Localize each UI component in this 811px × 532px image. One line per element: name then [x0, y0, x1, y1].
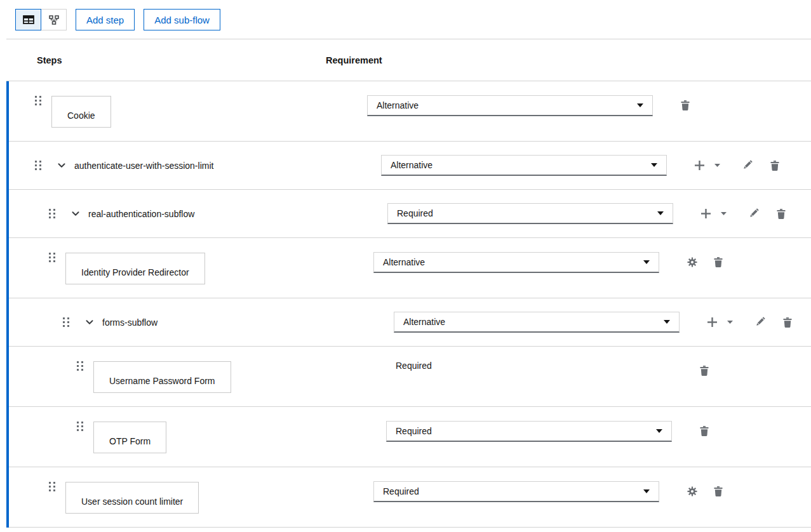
requirement-cell: Required: [356, 467, 811, 527]
requirement-cell: Alternative: [356, 298, 811, 346]
row-actions: [700, 426, 709, 436]
drag-handle-icon[interactable]: [49, 253, 55, 262]
caret-down-icon: [714, 164, 720, 167]
step-name: Cookie: [67, 110, 95, 121]
step-card: Identity Provider Redirector: [65, 253, 205, 284]
requirement-select[interactable]: Required: [387, 203, 673, 224]
step-card: OTP Form: [93, 422, 166, 453]
table-row: User session count limiterRequired: [9, 467, 811, 528]
table-view-toggle[interactable]: [15, 9, 41, 30]
expand-toggle[interactable]: [86, 320, 93, 325]
requirement-select[interactable]: Alternative: [367, 95, 653, 116]
plus-icon: [707, 317, 717, 327]
drag-handle-icon[interactable]: [77, 422, 83, 431]
caret-down-icon: [651, 163, 657, 167]
requirement-select[interactable]: Alternative: [394, 312, 680, 333]
grip-dots-icon: [49, 482, 55, 491]
pencil-icon: [754, 317, 765, 328]
table-row: CookieAlternative: [9, 81, 811, 142]
settings-button[interactable]: [687, 257, 697, 267]
edit-button[interactable]: [748, 208, 759, 219]
delete-button[interactable]: [770, 161, 779, 171]
trash-icon: [783, 317, 792, 328]
expand-toggle[interactable]: [58, 163, 65, 168]
delete-button[interactable]: [700, 426, 709, 436]
drag-handle-icon[interactable]: [49, 482, 55, 491]
diagram-view-toggle[interactable]: [41, 9, 67, 30]
drag-handle-icon[interactable]: [35, 96, 41, 105]
requirement-select[interactable]: Alternative: [381, 155, 667, 176]
step-name: Username Password Form: [109, 376, 215, 386]
requirement-value: Required: [397, 208, 433, 218]
caret-down-icon: [657, 211, 664, 215]
add-step-button[interactable]: Add step: [76, 9, 135, 30]
edit-button[interactable]: [742, 160, 753, 171]
add-options-toggle[interactable]: [727, 321, 733, 324]
plus-icon: [695, 161, 704, 170]
add-options-toggle[interactable]: [721, 212, 727, 215]
add-options-toggle[interactable]: [714, 164, 720, 167]
step-card: User session count limiter: [65, 482, 199, 514]
steps-cell: authenticate-user-with-session-limit: [9, 142, 356, 189]
subflow-name: authenticate-user-with-session-limit: [74, 161, 213, 171]
chevron-down-icon: [72, 211, 79, 216]
trash-icon: [777, 209, 786, 219]
grip-dots-icon: [77, 361, 83, 371]
requirement-cell: Required: [356, 407, 811, 467]
delete-button[interactable]: [714, 486, 723, 496]
caret-down-icon: [643, 260, 650, 264]
expand-toggle[interactable]: [72, 211, 79, 216]
requirement-select[interactable]: Required: [373, 481, 659, 502]
toolbar: Add step Add sub-flow: [0, 0, 811, 39]
add-button[interactable]: [707, 317, 717, 327]
view-toggle-group: [15, 9, 67, 30]
grip-dots-icon: [49, 209, 55, 218]
steps-column-header: Steps: [6, 55, 326, 65]
row-actions: [695, 160, 779, 171]
requirement-value: Required: [396, 426, 432, 436]
drag-handle-icon[interactable]: [49, 209, 55, 218]
table-row: Identity Provider RedirectorAlternative: [9, 238, 811, 298]
delete-button[interactable]: [681, 100, 690, 110]
grip-dots-icon: [35, 161, 41, 170]
steps-cell: forms-subflow: [9, 298, 356, 346]
drag-handle-icon[interactable]: [63, 317, 69, 327]
authentication-flow-editor: Add step Add sub-flow Steps Requirement …: [0, 0, 811, 528]
steps-cell: OTP Form: [9, 407, 356, 467]
grip-dots-icon: [77, 422, 83, 431]
requirement-value: Required: [386, 361, 672, 371]
subflow-name: real-authentication-subflow: [88, 209, 194, 219]
grip-dots-icon: [35, 96, 41, 105]
add-button[interactable]: [701, 209, 711, 218]
delete-button[interactable]: [714, 257, 723, 267]
pencil-icon: [742, 160, 753, 171]
row-actions: [707, 317, 792, 328]
caret-down-icon: [664, 320, 670, 324]
caret-down-icon: [656, 429, 662, 433]
flow-steps-table: Steps Requirement CookieAlternativeauthe…: [0, 39, 811, 528]
settings-button[interactable]: [687, 486, 697, 496]
plus-icon: [701, 209, 711, 218]
delete-button[interactable]: [700, 366, 709, 376]
caret-down-icon: [727, 321, 733, 324]
drag-handle-icon[interactable]: [77, 361, 83, 371]
requirement-select[interactable]: Required: [386, 421, 672, 442]
step-name: Identity Provider Redirector: [81, 267, 189, 277]
table-row: authenticate-user-with-session-limitAlte…: [9, 142, 811, 190]
requirement-cell: Alternative: [356, 142, 811, 189]
table-body: CookieAlternativeauthenticate-user-with-…: [6, 81, 811, 528]
steps-cell: Identity Provider Redirector: [9, 238, 356, 298]
delete-button[interactable]: [777, 209, 786, 219]
drag-handle-icon[interactable]: [35, 161, 41, 170]
edit-button[interactable]: [754, 317, 765, 328]
caret-down-icon: [637, 103, 643, 107]
delete-button[interactable]: [783, 317, 792, 328]
caret-down-icon: [643, 489, 650, 493]
requirement-cell: Alternative: [356, 81, 811, 141]
row-actions: [687, 486, 723, 496]
add-subflow-button[interactable]: Add sub-flow: [144, 9, 220, 30]
requirement-column-header: Requirement: [326, 55, 382, 65]
requirement-select[interactable]: Alternative: [373, 252, 659, 273]
steps-cell: real-authentication-subflow: [9, 190, 356, 237]
add-button[interactable]: [695, 161, 704, 170]
